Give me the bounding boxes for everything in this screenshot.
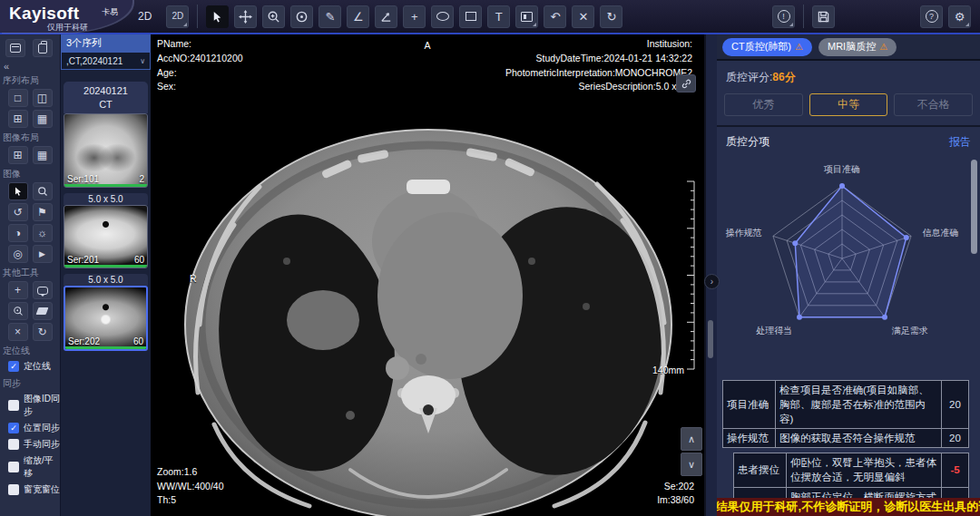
- accession-number: AccNO:2401210200: [157, 52, 243, 66]
- previous-slice-button[interactable]: ∧: [681, 427, 702, 451]
- layout-2d-button[interactable]: 2D: [166, 5, 189, 28]
- angle-tool-button[interactable]: ∠: [347, 5, 369, 28]
- next-slice-button[interactable]: ∨: [681, 453, 702, 476]
- svg-text:操作规范: 操作规范: [726, 228, 762, 238]
- export-report-button[interactable]: [33, 39, 53, 57]
- settings-button[interactable]: ⚙: [948, 5, 971, 28]
- collapse-panel-button[interactable]: «: [0, 59, 60, 72]
- rectangle-icon: [466, 12, 476, 21]
- quality-control-panel: CT质控(肺部) ⚠ MRI脑质控 ⚠ 质控评分:86分 优秀 中等 不合格 质…: [717, 34, 980, 516]
- sync-manual-checkbox[interactable]: [8, 439, 19, 450]
- ellipse-tool-button[interactable]: [431, 5, 454, 28]
- series-thumbnail-101[interactable]: Ser:101 2: [64, 113, 148, 188]
- magnify-tool-button[interactable]: [33, 182, 53, 200]
- sync-imageid-checkbox[interactable]: [8, 400, 19, 411]
- series-thumbnail-201[interactable]: Ser:201 60: [64, 205, 148, 268]
- help-icon: ?: [926, 10, 938, 23]
- cross-tool-button[interactable]: +: [403, 5, 426, 28]
- app-window: Kayisoft 卡易 仅用于科研 2D 2D ✎ ∠ +: [0, 0, 980, 516]
- measure-tool-button[interactable]: ✎: [318, 5, 341, 28]
- qc-score-table: 项目准确 检查项目是否准确(项目如脑部、胸部、腹部是否在标准的范围内容) 20 …: [722, 380, 969, 516]
- text-icon: T: [495, 11, 503, 23]
- layout-grid4-button[interactable]: ⊞: [8, 110, 28, 128]
- pointer-icon: [211, 10, 224, 24]
- sync-window-label: 窗宽窗位: [24, 483, 60, 496]
- cobb-angle-tool-button[interactable]: [375, 5, 397, 28]
- sync-manual-row[interactable]: 手动同步: [0, 436, 60, 453]
- target-tool-button[interactable]: ◎: [8, 245, 28, 263]
- save-button[interactable]: [812, 5, 835, 28]
- measure-icon: ✎: [325, 11, 335, 23]
- layout-single-button[interactable]: □: [8, 89, 28, 107]
- locator-checkbox[interactable]: ✓: [8, 361, 19, 372]
- image-window-button[interactable]: [515, 5, 538, 28]
- qc-scrollbar-thumb[interactable]: [971, 160, 977, 254]
- layout-grid9-button[interactable]: ▦: [33, 110, 53, 128]
- img-layout-grid9-button[interactable]: ▦: [33, 146, 53, 164]
- pname-label: PName:: [157, 37, 243, 52]
- sync-zoom-pan-checkbox[interactable]: [8, 462, 19, 472]
- brightness-tool-button[interactable]: ☼: [33, 224, 53, 242]
- pointer-tool-button[interactable]: [206, 5, 229, 28]
- info-icon: !: [778, 10, 790, 23]
- sync-position-row[interactable]: ✓ 位置同步: [0, 420, 60, 436]
- study-dropdown[interactable]: ,CT,20240121 ∨: [61, 52, 151, 70]
- ai-find-button[interactable]: [8, 302, 28, 320]
- grade-fail-button[interactable]: 不合格: [894, 93, 973, 116]
- expand-panel-button[interactable]: ›: [704, 274, 720, 289]
- tab-ct-qc[interactable]: CT质控(肺部) ⚠: [722, 38, 812, 56]
- orientation-right-label: R: [190, 272, 197, 287]
- qc-main-table: 项目准确 检查项目是否准确(项目如脑部、胸部、腹部是否在标准的范围内容) 20 …: [722, 380, 969, 448]
- add-annotation-button[interactable]: +: [8, 281, 28, 299]
- disclaimer-marquee: I结果仅用于科研,不作诊断证明，诊断以医生出具的诊断: [717, 498, 980, 516]
- series-thumbnail-202[interactable]: Ser:202 60: [64, 286, 148, 351]
- help-button[interactable]: ?: [920, 5, 943, 28]
- refresh-button[interactable]: ↻: [33, 323, 53, 341]
- flip-tool-button[interactable]: ↺: [8, 203, 28, 221]
- zoom-tool-button[interactable]: [262, 5, 285, 28]
- study-date: 20240121: [64, 84, 148, 98]
- ct-image-viewport[interactable]: PName: AccNO:2401210200 Age: Sex: Instit…: [151, 34, 704, 516]
- sync-window-checkbox[interactable]: [8, 484, 19, 495]
- delete-annotation-button[interactable]: ✕: [572, 5, 594, 28]
- flag-tool-button[interactable]: ⚑: [33, 203, 53, 221]
- link-series-button[interactable]: [676, 74, 696, 92]
- grade-excellent-button[interactable]: 优秀: [724, 93, 803, 116]
- sync-window-row[interactable]: 窗宽窗位: [0, 482, 60, 498]
- reset-button[interactable]: ↻: [600, 5, 622, 28]
- target-icon: ◎: [13, 248, 22, 260]
- sync-imageid-row[interactable]: 图像ID同步: [0, 391, 60, 420]
- window-level-tool-button[interactable]: [290, 5, 313, 28]
- rectangle-tool-button[interactable]: [459, 5, 482, 28]
- sync-zoom-pan-row[interactable]: 缩放/平移: [0, 453, 60, 482]
- image-count: 60: [133, 336, 143, 346]
- clear-button[interactable]: ×: [8, 323, 28, 341]
- locator-checkbox-row[interactable]: ✓ 定位线: [0, 358, 60, 375]
- img-layout-grid4-button[interactable]: ⊞: [8, 146, 28, 164]
- info-button[interactable]: !: [772, 5, 795, 28]
- svg-text:满足需求: 满足需求: [892, 326, 928, 336]
- comment-button[interactable]: [33, 281, 53, 299]
- angle-icon: ∠: [353, 11, 364, 23]
- divider-scrollbar-thumb[interactable]: [708, 320, 713, 358]
- study-modality: CT: [64, 98, 148, 112]
- eraser-button[interactable]: [33, 302, 53, 320]
- layout-two-col-button[interactable]: ◫: [33, 89, 53, 107]
- patient-info-overlay: PName: AccNO:2401210200 Age: Sex:: [157, 37, 243, 94]
- tab-mri-qc[interactable]: MRI脑质控 ⚠: [818, 38, 897, 56]
- pan-tool-button[interactable]: [234, 5, 257, 28]
- table-row: 操作规范 图像的获取是否符合操作规范 20: [723, 429, 969, 448]
- report-link[interactable]: 报告: [949, 134, 971, 150]
- row-score: 20: [942, 381, 969, 429]
- row-desc: 图像的获取是否符合操作规范: [776, 429, 942, 448]
- panel-layout-button[interactable]: [5, 39, 25, 57]
- undo-button[interactable]: ↶: [544, 5, 566, 28]
- series-desc-202: 5.0 x 5.0: [64, 274, 148, 286]
- grade-medium-button[interactable]: 中等: [809, 93, 888, 116]
- cine-play-button[interactable]: ▶: [33, 245, 53, 263]
- sync-position-checkbox[interactable]: ✓: [8, 423, 19, 433]
- brand-name: Kayisoft: [9, 4, 79, 24]
- invert-tool-button[interactable]: ◑: [8, 224, 28, 242]
- cursor-tool-button[interactable]: [8, 182, 28, 200]
- text-tool-button[interactable]: T: [487, 5, 510, 28]
